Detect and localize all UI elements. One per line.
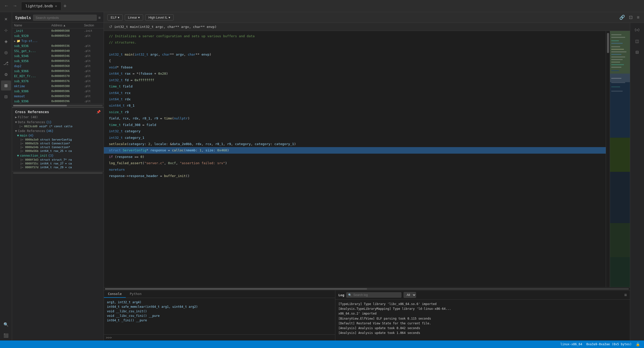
code-references-header[interactable]: ▼ Code References {46} — [15, 129, 101, 133]
status-platform: linux-x86_64 — [560, 342, 582, 346]
list-item[interactable]: mktime 0x000009380 .plt — [12, 84, 104, 89]
log-menu-button[interactable]: ≡ — [624, 292, 627, 298]
status-address-range: 0xa3a9-0xa3ae (0x5 bytes) — [586, 342, 632, 346]
list-item[interactable]: memset 0x000009390 .plt — [12, 94, 104, 99]
xref-panel: Cross References 📌 ▶Filter (48) ▼ Data R… — [12, 108, 104, 171]
nav-forward-button[interactable]: → — [11, 3, 19, 9]
console-line: int64_t _fini() __pure — [107, 318, 332, 323]
symbols-h-scrollbar[interactable] — [12, 104, 104, 107]
code-v-scrollbar[interactable] — [606, 31, 610, 287]
folder-list-item[interactable]: ▶ 📁 Tcp-st... — [12, 38, 104, 44]
code-line: time_t field_308 = field — [104, 122, 606, 128]
list-item[interactable]: sub_9376 0x000009376 .plt — [12, 79, 104, 84]
svg-rect-19 — [611, 67, 621, 68]
branch-icon-button[interactable]: ⎇ — [1, 58, 11, 68]
code-ref-item[interactable]: |← 0000a52b struct Connection* — [15, 142, 101, 145]
cross-icon-button[interactable]: ✕ — [1, 14, 11, 24]
code-ref-item[interactable]: |← 0000a56b int64_t rax_25 = ca — [15, 149, 101, 153]
code-ref-connection-init[interactable]: ▼connection_init{3} — [15, 153, 101, 158]
symbols-table-header: Name Address▲ Section — [12, 23, 104, 28]
code-minimap-wrapper: // Initializes a server configuration an… — [104, 31, 630, 287]
bug-icon-button[interactable]: ⚙ — [1, 69, 11, 79]
list-item[interactable]: sub_9356 0x000009356 .plt — [12, 59, 104, 64]
layers-right-icon-button[interactable]: ◫ — [632, 36, 642, 46]
layers-icon-button[interactable]: ⊟ — [1, 92, 11, 102]
elf-button[interactable]: ELF▾ — [107, 14, 123, 21]
svg-rect-24 — [611, 91, 623, 92]
code-ref-item[interactable]: |← 0000f3d3 struct struct_7* ra — [15, 158, 101, 162]
code-line: field, rcx, rdx, r8_1, r9 = time(nullptr… — [104, 115, 606, 121]
stack-icon-button[interactable]: ⊟ — [632, 47, 642, 57]
code-line: ssize_t r9 — [104, 109, 606, 115]
xref-pin-button[interactable]: 📌 — [96, 110, 101, 114]
grid-icon-button[interactable]: ⊞ — [1, 80, 11, 91]
log-filter-select[interactable]: All — [404, 292, 416, 298]
log-header: Log 🔍 All ≡ — [335, 290, 630, 300]
code-ref-item[interactable]: |← 0000a3a9 struct ServerConfig — [15, 138, 101, 142]
cursor-icon-button[interactable]: ⊹ — [1, 25, 11, 35]
list-item[interactable]: dup2 0x000009360 .plt — [12, 64, 104, 69]
xref-filter[interactable]: ▶Filter (48) — [15, 115, 101, 119]
split-icon-button[interactable]: ⊡ — [628, 14, 634, 21]
svg-rect-12 — [611, 49, 624, 50]
code-line: // Initializes a server configuration an… — [104, 33, 606, 39]
console-content[interactable]: arg3, int32_t arg4) int64_t safe_memclea… — [104, 298, 335, 334]
code-line: if (response == 0) — [104, 154, 606, 160]
section-sort-button[interactable]: Section — [84, 24, 102, 27]
symbols-menu-button[interactable]: ≡ — [98, 16, 101, 20]
toolbar-menu-button[interactable]: ≡ — [636, 14, 640, 21]
symbols-header: Symbols ≡ — [12, 12, 104, 23]
list-item[interactable]: sub_9346 0x000009346 .plt — [12, 54, 104, 59]
tag-icon-button[interactable]: ◈ — [1, 36, 11, 46]
center-area: ELF▾ Linear▾ High Level IL▾ 🔗 ⊡ ≡ ↺ int3… — [104, 12, 644, 340]
xref-h-scrollbar[interactable] — [12, 171, 104, 174]
code-h-scrollbar[interactable] — [104, 287, 630, 290]
tab-close-button[interactable]: × — [55, 4, 57, 8]
log-search-input[interactable] — [346, 292, 401, 298]
svg-rect-5 — [610, 257, 630, 287]
code-area: ↺ int32_t main(int32_t argc, char** argv… — [104, 23, 630, 340]
console-input[interactable] — [113, 336, 333, 339]
list-item[interactable]: sub_9366 0x000009366 .plt — [12, 69, 104, 74]
list-item[interactable]: sub_9396 0x000009396 .plt — [12, 99, 104, 104]
nav-back-button[interactable]: ← — [2, 3, 11, 9]
link-icon-button[interactable]: 🔗 — [618, 14, 626, 21]
search-icon-button[interactable]: 🔍 — [1, 319, 11, 329]
new-tab-button[interactable]: + — [61, 3, 69, 9]
list-item[interactable]: sub_9336 0x000009336 .plt — [12, 44, 104, 49]
svg-rect-23 — [611, 86, 620, 87]
data-references-header[interactable]: ▼ Data References {1} — [15, 120, 101, 124]
log-content[interactable]: [TypeLibrary] Type library 'libc_x86_64.… — [335, 300, 630, 340]
linear-button[interactable]: Linear▾ — [125, 14, 143, 21]
symbols-search-input[interactable] — [33, 15, 97, 21]
code-content: // Initializes a server configuration an… — [104, 31, 606, 181]
svg-rect-2 — [610, 138, 630, 172]
code-scroll-area[interactable]: // Initializes a server configuration an… — [104, 31, 606, 287]
variable-icon-button[interactable]: {x} — [632, 25, 642, 35]
terminal-icon-button[interactable]: ⬛ — [1, 330, 11, 340]
console-tabs: Console Python — [104, 290, 335, 298]
svg-rect-21 — [611, 78, 621, 79]
list-item[interactable]: SSL_get_s... 0x000009340 .plt — [12, 49, 104, 54]
location-icon-button[interactable]: ◎ — [1, 47, 11, 57]
list-item[interactable]: _init 0x000009308 .init — [12, 28, 104, 33]
svg-rect-16 — [611, 59, 623, 60]
func-sig-refresh-button[interactable]: ↺ — [109, 24, 112, 29]
code-ref-item[interactable]: |← 0000f55c int64_t rax_27 = ca — [15, 162, 101, 165]
tab-console[interactable]: Console — [104, 290, 126, 298]
list-item[interactable]: sub_9386 0x000009386 .plt — [12, 89, 104, 94]
svg-rect-17 — [611, 62, 620, 62]
list-item[interactable]: EC_KEY_fr... 0x000009370 .plt — [12, 74, 104, 79]
name-sort-button[interactable]: Name — [14, 24, 51, 27]
code-ref-item[interactable]: |← 0000a54b struct Connection* — [15, 145, 101, 149]
address-sort-button[interactable]: Address▲ — [51, 24, 84, 27]
list-item[interactable]: sub_9320 0x000009320 .plt — [12, 33, 104, 38]
active-tab[interactable]: lighttpd.bndb × — [21, 2, 61, 10]
code-line: noreturn — [104, 166, 606, 173]
code-line: // structures. — [104, 39, 606, 46]
data-ref-item[interactable]: |→ 0023cdd0 void* (* const callo — [15, 124, 101, 128]
hlil-button[interactable]: High Level IL▾ — [145, 14, 174, 21]
code-ref-item[interactable]: |← 0000f57d int64_t rax_29 = ca — [15, 165, 101, 169]
code-ref-main[interactable]: ▼main{4} — [15, 133, 101, 138]
tab-python[interactable]: Python — [126, 290, 146, 298]
